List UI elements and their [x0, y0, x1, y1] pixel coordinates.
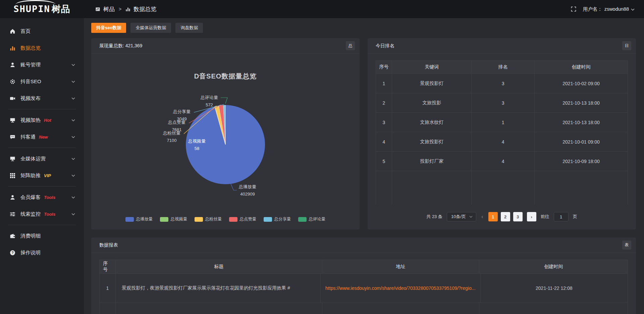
chevron-down-icon: [71, 196, 75, 199]
sidebar-item-consume-detail[interactable]: 消费明细: [0, 227, 84, 244]
overview-panel: 展现量总数: 421,369 总 D音SEO数据量总览 总播放量402909总视…: [91, 38, 360, 229]
pie-label: 572: [206, 102, 213, 107]
top-panels-row: 展现量总数: 421,369 总 D音SEO数据量总览 总播放量402909总视…: [91, 38, 636, 229]
table-cell: 2021-10-01 09:00: [535, 132, 628, 151]
chevron-down-icon: [71, 158, 75, 160]
sidebar-item-video-heat[interactable]: 视频加热Hot: [0, 112, 84, 128]
legend-item[interactable]: 总粉丝量: [195, 216, 222, 222]
table-cell: 文旅投影: [392, 93, 472, 112]
ranking-table-header: 序号关键词排名创建时间: [376, 61, 628, 74]
tab-media-ops-data[interactable]: 全媒体运营数据: [130, 23, 171, 33]
table-cell: 5: [376, 152, 392, 171]
chevron-down-icon: [469, 216, 473, 218]
chevron-down-icon: [71, 81, 75, 83]
legend-swatch: [264, 217, 272, 222]
tab-douyin-seo-data[interactable]: 抖音seo数据: [91, 23, 126, 33]
app-logo: SHUPIN树品: [0, 0, 84, 18]
table-cell: 4: [472, 132, 535, 151]
empty-cell: [535, 171, 628, 205]
report-panel-title: 数据报表: [99, 242, 118, 248]
overview-panel-title: 展现量总数: 421,369: [99, 43, 142, 49]
table-cell: 2021-10-09 18:00: [535, 152, 628, 171]
row-title: 景观投影灯，夜游景观投影灯厂家展示展示落花灯在花园里的灯光投影应用效果 #: [116, 274, 321, 303]
report-table-header: 序号 标题 地址 创建时间: [100, 260, 628, 274]
user-icon: [9, 62, 15, 68]
breadcrumb-separator: >: [119, 6, 121, 12]
next-page-button[interactable]: ›: [527, 212, 536, 221]
sidebar-item-label: 抖客通: [20, 134, 36, 140]
ranking-day-button[interactable]: 日: [622, 41, 631, 50]
sidebar-item-video-publish[interactable]: 视频发布: [0, 90, 84, 107]
table-cell: 2021-10-13 18:00: [535, 113, 628, 132]
app-page-icon: [95, 7, 100, 12]
goto-page-input[interactable]: [554, 212, 569, 221]
display-icon: [9, 117, 15, 123]
pie-chart-title: D音SEO数据量总览: [91, 72, 360, 81]
table-cell: 2021-10-02 09:00: [535, 74, 628, 93]
sidebar-item-media-ops[interactable]: 全媒体运营: [0, 150, 84, 167]
table-cell: 投影灯厂家: [392, 152, 472, 171]
legend-swatch: [125, 217, 134, 222]
data-tabs: 抖音seo数据 全媒体运营数据 询盘数据: [91, 23, 636, 33]
legend-label: 总分享量: [274, 216, 291, 222]
logo-text-cn: 树品: [52, 4, 70, 14]
sidebar-item-label: 矩阵助推: [20, 172, 41, 179]
report-table-button[interactable]: 表: [622, 241, 631, 250]
legend-item[interactable]: 总点赞量: [229, 216, 257, 222]
page-button-1[interactable]: 1: [488, 212, 498, 221]
legend-label: 总评论量: [309, 216, 326, 222]
legend-label: 总播放量: [136, 216, 153, 222]
fullscreen-icon[interactable]: [571, 6, 576, 12]
pie-label: 58: [195, 146, 199, 151]
question-icon: ?: [9, 250, 15, 256]
empty-cell: [392, 171, 472, 205]
main-layout: 首页数据总览账号管理抖音SEO视频发布视频加热Hot抖客通New全媒体运营矩阵助…: [0, 18, 644, 314]
page-size-select[interactable]: 10条/页: [447, 212, 476, 221]
report-table: 序号 标题 地址 创建时间 1 景观投影灯，夜游景观投影灯厂家展示展示落花灯在花…: [99, 260, 628, 314]
column-header-url: 地址: [322, 260, 480, 273]
page-button-2[interactable]: 2: [501, 212, 510, 221]
pie-label: 总分享量: [173, 109, 191, 114]
sidebar-item-badge: Tools: [44, 195, 55, 200]
sidebar-item-account-manage[interactable]: 账号管理: [0, 56, 84, 73]
gear-icon: [9, 79, 15, 85]
ranking-panel: 今日排名 日 序号关键词排名创建时间1景观投影灯32021-10-02 09:0…: [368, 38, 636, 229]
overview-panel-header: 展现量总数: 421,369 总: [91, 38, 360, 54]
sidebar-item-douketong[interactable]: 抖客通New: [0, 128, 84, 145]
sidebar-item-clue-monitor[interactable]: 线索监控Tools: [0, 206, 84, 222]
page-button-3[interactable]: 3: [513, 212, 523, 221]
legend-item[interactable]: 总视频量: [160, 216, 187, 222]
legend-item[interactable]: 总评论量: [298, 216, 326, 222]
video-url-link[interactable]: https://www.iesdouyin.com/share/video/70…: [325, 285, 476, 291]
breadcrumb-root[interactable]: 树品: [103, 5, 115, 13]
sidebar-item-label: 会员爆客: [20, 194, 41, 201]
legend-item[interactable]: 总播放量: [125, 216, 153, 222]
monitor-icon: [9, 156, 15, 162]
chevron-down-icon: [71, 136, 75, 138]
table-row: 1景观投影灯32021-10-02 09:00: [376, 74, 628, 93]
report-panel-header: 数据报表 表: [91, 238, 636, 253]
overview-total-button[interactable]: 总: [346, 41, 355, 50]
sidebar-item-manual[interactable]: ?操作说明: [0, 244, 84, 261]
prev-page-button[interactable]: ‹: [481, 213, 484, 220]
pie-label: 3049: [177, 116, 187, 121]
tab-inquiry-data[interactable]: 询盘数据: [175, 23, 203, 33]
column-header-title: 标题: [116, 260, 322, 273]
wallet-icon: [9, 233, 15, 239]
sidebar-item-data-overview[interactable]: 数据总览: [0, 40, 84, 56]
ranking-panel-header: 今日排名 日: [368, 38, 636, 54]
sidebar-item-matrix-boost[interactable]: 矩阵助推VIP: [0, 167, 84, 184]
sidebar-item-home[interactable]: 首页: [0, 23, 84, 40]
sidebar-divider: [8, 148, 76, 148]
breadcrumb-current: 数据总览: [133, 5, 156, 13]
sidebar-item-douyin-seo[interactable]: 抖音SEO: [0, 73, 84, 90]
member-icon: [9, 195, 15, 200]
legend-item[interactable]: 总分享量: [264, 216, 291, 222]
chevron-down-icon: [71, 213, 75, 215]
user-menu[interactable]: 用户名： zswodun88: [583, 6, 635, 12]
page-size-value: 10条/页: [451, 214, 466, 220]
column-header-created: 创建时间: [479, 260, 628, 273]
sidebar-item-member-baoke[interactable]: 会员爆客Tools: [0, 189, 84, 206]
goto-label: 前往: [541, 214, 549, 220]
svg-text:?: ?: [11, 251, 13, 255]
